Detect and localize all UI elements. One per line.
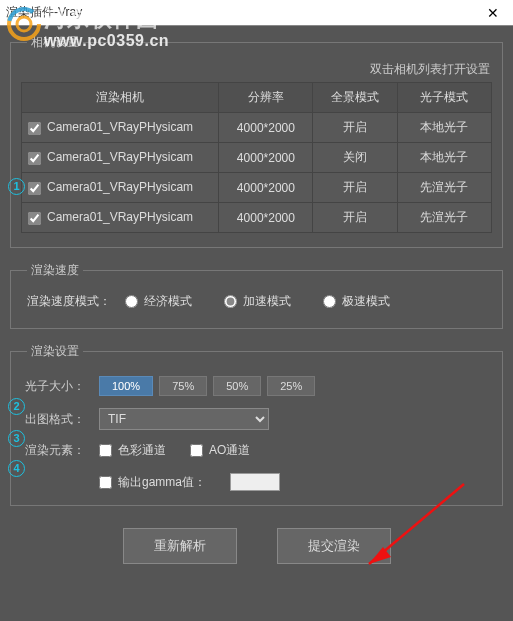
camera-checkbox[interactable] xyxy=(28,182,41,195)
annotation-1: 1 xyxy=(8,178,25,195)
channel-ao[interactable]: AO通道 xyxy=(190,442,250,459)
camera-pano: 关闭 xyxy=(313,143,398,173)
gamma-input[interactable] xyxy=(230,473,280,491)
camera-pano: 开启 xyxy=(313,173,398,203)
speed-fieldset: 渲染速度 渲染速度模式： 经济模式 加速模式 极速模式 xyxy=(10,262,503,329)
annotation-3: 3 xyxy=(8,430,25,447)
annotation-2: 2 xyxy=(8,398,25,415)
camera-photon: 先渲光子 xyxy=(397,173,491,203)
close-icon: ✕ xyxy=(487,5,499,21)
camera-checkbox[interactable] xyxy=(28,212,41,225)
camera-name: Camera01_VRayPHysicam xyxy=(47,180,193,194)
table-row[interactable]: Camera01_VRayPHysicam 4000*2000 开启 先渲光子 xyxy=(22,203,492,233)
format-select[interactable]: TIF xyxy=(99,408,269,430)
camera-checkbox[interactable] xyxy=(28,122,41,135)
reparse-button[interactable]: 重新解析 xyxy=(123,528,237,564)
camera-name: Camera01_VRayPHysicam xyxy=(47,210,193,224)
col-camera: 渲染相机 xyxy=(22,83,219,113)
camera-name: Camera01_VRayPHysicam xyxy=(47,150,193,164)
speed-label: 渲染速度模式： xyxy=(27,293,111,310)
watermark-logo-icon xyxy=(6,6,42,42)
close-button[interactable]: ✕ xyxy=(473,0,513,25)
table-row[interactable]: Camera01_VRayPHysicam 4000*2000 开启 先渲光子 xyxy=(22,173,492,203)
speed-legend: 渲染速度 xyxy=(27,262,83,279)
svg-point-2 xyxy=(17,17,31,31)
camera-name: Camera01_VRayPHysicam xyxy=(47,120,193,134)
channel-color-checkbox[interactable] xyxy=(99,444,112,457)
camera-pano: 开启 xyxy=(313,113,398,143)
speed-opt-economy[interactable]: 经济模式 xyxy=(125,293,192,310)
gamma-option[interactable]: 输出gamma值： xyxy=(99,474,206,491)
camera-res: 4000*2000 xyxy=(219,203,313,233)
table-row[interactable]: Camera01_VRayPHysicam 4000*2000 开启 本地光子 xyxy=(22,113,492,143)
camera-checkbox[interactable] xyxy=(28,152,41,165)
speed-opt-extreme[interactable]: 极速模式 xyxy=(323,293,390,310)
col-pano: 全景模式 xyxy=(313,83,398,113)
photon-size-50[interactable]: 50% xyxy=(213,376,261,396)
channel-ao-checkbox[interactable] xyxy=(190,444,203,457)
photon-size-75[interactable]: 75% xyxy=(159,376,207,396)
watermark-name: 河东软件园 xyxy=(44,4,169,34)
camera-res: 4000*2000 xyxy=(219,113,313,143)
watermark-text: 河东软件园 www.pc0359.cn xyxy=(44,4,169,50)
watermark-url: www.pc0359.cn xyxy=(44,32,169,50)
channels-label: 渲染元素： xyxy=(25,442,99,459)
photon-size-100[interactable]: 100% xyxy=(99,376,153,396)
camera-hint: 双击相机列表打开设置 xyxy=(21,61,492,78)
photon-size-label: 光子大小： xyxy=(25,378,99,395)
format-label: 出图格式： xyxy=(25,411,99,428)
settings-legend: 渲染设置 xyxy=(27,343,83,360)
camera-table[interactable]: 渲染相机 分辨率 全景模式 光子模式 Camera01_VRayPHysicam… xyxy=(21,82,492,233)
camera-res: 4000*2000 xyxy=(219,143,313,173)
camera-pano: 开启 xyxy=(313,203,398,233)
table-row[interactable]: Camera01_VRayPHysicam 4000*2000 关闭 本地光子 xyxy=(22,143,492,173)
camera-fieldset: 相机设置 双击相机列表打开设置 渲染相机 分辨率 全景模式 光子模式 Camer… xyxy=(10,34,503,248)
photon-size-25[interactable]: 25% xyxy=(267,376,315,396)
speed-radio[interactable] xyxy=(224,295,237,308)
main-panel: 相机设置 双击相机列表打开设置 渲染相机 分辨率 全景模式 光子模式 Camer… xyxy=(0,26,513,621)
gamma-checkbox[interactable] xyxy=(99,476,112,489)
annotation-4: 4 xyxy=(8,460,25,477)
speed-opt-accelerate[interactable]: 加速模式 xyxy=(224,293,291,310)
camera-photon: 先渲光子 xyxy=(397,203,491,233)
submit-button[interactable]: 提交渲染 xyxy=(277,528,391,564)
col-photon: 光子模式 xyxy=(397,83,491,113)
channel-color[interactable]: 色彩通道 xyxy=(99,442,166,459)
settings-fieldset: 渲染设置 光子大小： 100% 75% 50% 25% 出图格式： TIF 渲染… xyxy=(10,343,503,506)
speed-radio[interactable] xyxy=(125,295,138,308)
col-res: 分辨率 xyxy=(219,83,313,113)
camera-photon: 本地光子 xyxy=(397,113,491,143)
gamma-label: 输出gamma值： xyxy=(118,474,206,491)
speed-radio[interactable] xyxy=(323,295,336,308)
camera-res: 4000*2000 xyxy=(219,173,313,203)
camera-photon: 本地光子 xyxy=(397,143,491,173)
